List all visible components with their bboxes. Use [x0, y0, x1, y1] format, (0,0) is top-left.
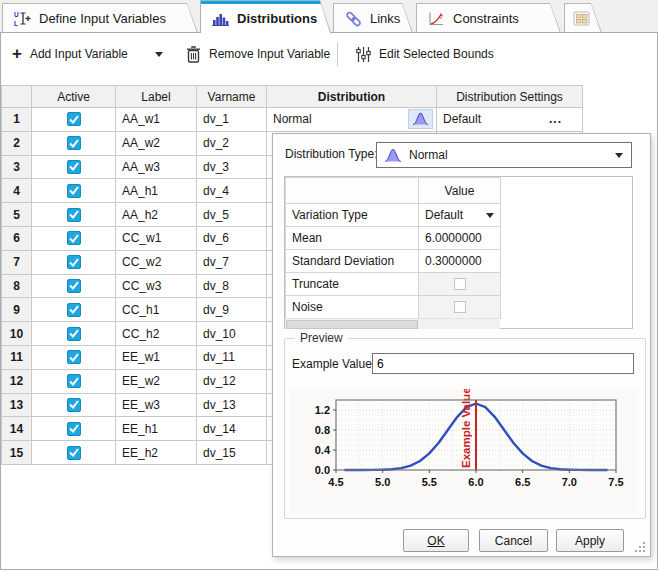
edit-selected-bounds-button[interactable]: Edit Selected Bounds	[352, 38, 498, 70]
row-number[interactable]: 10	[2, 322, 32, 346]
param-checkbox[interactable]	[454, 278, 466, 290]
active-checkbox[interactable]	[67, 255, 81, 269]
plus-icon: +	[12, 44, 22, 64]
settings-more-button[interactable]: ...	[549, 112, 562, 126]
active-checkbox[interactable]	[67, 112, 81, 126]
label-cell[interactable]: CC_w2	[116, 250, 197, 274]
varname-cell[interactable]: dv_6	[197, 226, 267, 250]
tab-define-input-variables[interactable]: U L Define Input Variables	[2, 3, 198, 33]
active-checkbox[interactable]	[67, 136, 81, 150]
varname-cell[interactable]: dv_1	[197, 108, 267, 132]
varname-cell[interactable]: dv_7	[197, 250, 267, 274]
varname-cell[interactable]: dv_15	[197, 441, 267, 465]
column-header-varname[interactable]: Varname	[197, 86, 267, 108]
remove-input-variable-button[interactable]: Remove Input Variable	[182, 38, 334, 70]
column-header-distribution-settings[interactable]: Distribution Settings	[437, 86, 583, 108]
active-checkbox[interactable]	[67, 160, 81, 174]
active-checkbox[interactable]	[67, 327, 81, 341]
active-checkbox[interactable]	[67, 231, 81, 245]
row-number[interactable]: 5	[2, 203, 32, 227]
row-number[interactable]: 8	[2, 274, 32, 298]
label-cell[interactable]: AA_h1	[116, 179, 197, 203]
param-value[interactable]	[419, 273, 501, 296]
label-cell[interactable]: EE_w3	[116, 393, 197, 417]
active-checkbox[interactable]	[67, 279, 81, 293]
label-cell[interactable]: CC_w1	[116, 226, 197, 250]
tab-panel-grid[interactable]	[564, 3, 602, 33]
varname-cell[interactable]: dv_9	[197, 298, 267, 322]
label-cell[interactable]: EE_w2	[116, 369, 197, 393]
distribution-type-combobox[interactable]: Normal	[376, 142, 632, 168]
row-number[interactable]: 9	[2, 298, 32, 322]
row-number[interactable]: 14	[2, 417, 32, 441]
row-number[interactable]: 3	[2, 155, 32, 179]
scrollbar-thumb[interactable]	[286, 320, 418, 329]
active-checkbox[interactable]	[67, 374, 81, 388]
active-checkbox[interactable]	[67, 446, 81, 460]
ok-button[interactable]: OK	[403, 529, 469, 552]
varname-cell[interactable]: dv_3	[197, 155, 267, 179]
row-number[interactable]: 11	[2, 345, 32, 369]
label-cell[interactable]: AA_h2	[116, 203, 197, 227]
varname-cell[interactable]: dv_4	[197, 179, 267, 203]
distribution-cell[interactable]: Normal	[267, 108, 437, 132]
tab-constraints[interactable]: Constraints	[416, 3, 561, 33]
active-cell	[32, 250, 116, 274]
active-checkbox[interactable]	[67, 208, 81, 222]
param-checkbox[interactable]	[454, 301, 466, 313]
varname-cell[interactable]: dv_2	[197, 131, 267, 155]
cancel-button[interactable]: Cancel	[479, 529, 548, 552]
varname-cell[interactable]: dv_5	[197, 203, 267, 227]
column-header-label[interactable]: Label	[116, 86, 197, 108]
tab-label: Distributions	[237, 11, 317, 26]
varname-cell[interactable]: dv_14	[197, 417, 267, 441]
resize-grip[interactable]	[634, 541, 646, 553]
row-number[interactable]: 1	[2, 108, 32, 132]
label-cell[interactable]: AA_w1	[116, 108, 197, 132]
add-input-variable-dropdown[interactable]	[148, 38, 170, 70]
active-checkbox[interactable]	[67, 350, 81, 364]
row-number[interactable]: 4	[2, 179, 32, 203]
label-cell[interactable]: CC_h2	[116, 322, 197, 346]
row-number[interactable]: 2	[2, 131, 32, 155]
label-cell[interactable]: CC_w3	[116, 274, 197, 298]
row-number[interactable]: 7	[2, 250, 32, 274]
distribution-icon-button[interactable]	[408, 109, 433, 129]
combobox-caret-icon	[615, 153, 623, 158]
column-header-rownum[interactable]	[2, 86, 32, 108]
active-checkbox[interactable]	[67, 184, 81, 198]
row-number[interactable]: 6	[2, 226, 32, 250]
varname-cell[interactable]: dv_13	[197, 393, 267, 417]
label-cell[interactable]: EE_w1	[116, 345, 197, 369]
label-cell[interactable]: AA_w2	[116, 131, 197, 155]
tab-links[interactable]: Links	[333, 3, 413, 33]
active-checkbox[interactable]	[67, 303, 81, 317]
row-number[interactable]: 13	[2, 393, 32, 417]
active-checkbox[interactable]	[67, 422, 81, 436]
row-number[interactable]: 15	[2, 441, 32, 465]
label-cell[interactable]: AA_w3	[116, 155, 197, 179]
active-checkbox[interactable]	[67, 398, 81, 412]
label-cell[interactable]: EE_h2	[116, 441, 197, 465]
varname-cell[interactable]: dv_12	[197, 369, 267, 393]
param-value[interactable]	[419, 296, 501, 319]
params-horizontal-scrollbar[interactable]	[285, 318, 500, 329]
add-input-variable-button[interactable]: + Add Input Variable	[8, 38, 132, 70]
column-header-active[interactable]: Active	[32, 86, 116, 108]
example-value-input[interactable]	[372, 353, 634, 374]
toolbar-divider	[337, 42, 338, 66]
varname-cell[interactable]: dv_8	[197, 274, 267, 298]
column-header-distribution[interactable]: Distribution	[267, 86, 437, 108]
param-value[interactable]: 6.0000000	[419, 227, 501, 250]
varname-cell[interactable]: dv_11	[197, 345, 267, 369]
row-number[interactable]: 12	[2, 369, 32, 393]
param-value[interactable]: 0.3000000	[419, 250, 501, 273]
param-value[interactable]: Default	[419, 204, 501, 227]
distribution-settings-cell[interactable]: Default...	[437, 108, 583, 132]
tab-distributions[interactable]: Distributions	[200, 0, 331, 33]
varname-cell[interactable]: dv_10	[197, 322, 267, 346]
label-cell[interactable]: CC_h1	[116, 298, 197, 322]
apply-button[interactable]: Apply	[556, 529, 624, 552]
active-cell	[32, 322, 116, 346]
label-cell[interactable]: EE_h1	[116, 417, 197, 441]
